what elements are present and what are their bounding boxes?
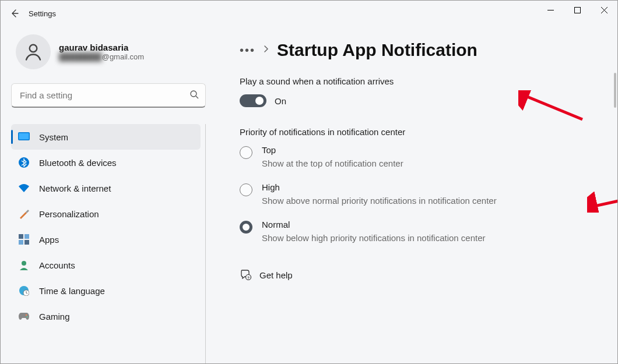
radio-label: Normal [262,220,486,229]
back-arrow-icon [10,9,19,18]
sidebar-item-accounts[interactable]: Accounts [11,252,201,278]
sidebar-item-label: System [39,132,68,142]
help-icon: ? [240,268,251,282]
svg-line-24 [592,183,617,207]
get-help-link[interactable]: ? Get help [240,268,594,282]
chevron-right-icon [264,45,269,55]
scrollbar[interactable] [614,73,616,108]
sound-section-label: Play a sound when a notification arrives [240,76,594,86]
minimize-icon [547,7,554,13]
brush-icon [18,208,30,220]
maximize-icon [574,7,581,13]
sidebar-nav[interactable]: System Bluetooth & devices Network & int… [11,124,206,363]
radio-label: High [262,182,497,192]
sidebar-item-label: Time & language [39,286,105,296]
close-icon [601,7,608,13]
radio-label: Top [262,145,403,155]
sound-toggle[interactable] [240,94,266,107]
svg-rect-12 [19,240,23,245]
breadcrumb-overflow-button[interactable]: ••• [240,44,255,57]
sidebar-item-time-language[interactable]: Time & language [11,278,201,303]
search-icon [189,90,199,101]
radio-icon [240,183,252,196]
svg-text:?: ? [247,276,250,280]
radio-icon [240,146,252,159]
system-icon [18,131,30,143]
sidebar-item-label: Accounts [39,260,75,270]
sidebar-item-bluetooth[interactable]: Bluetooth & devices [11,150,201,175]
page-title: Startup App Notification [277,40,477,60]
sidebar-item-label: Gaming [39,312,70,321]
svg-rect-10 [19,234,23,239]
svg-point-4 [30,45,37,52]
back-button[interactable] [5,4,24,23]
sidebar-item-gaming[interactable]: Gaming [11,303,201,329]
account-icon [18,259,30,271]
sidebar-item-label: Bluetooth & devices [39,158,117,168]
main-content: ••• Startup App Notification Play a soun… [216,26,617,363]
sidebar-item-personalization[interactable]: Personalization [11,201,201,227]
radio-desc: Show below high priority notifications i… [262,233,486,243]
close-button[interactable] [591,1,617,19]
globe-clock-icon [18,285,30,296]
sound-toggle-state: On [275,96,286,106]
svg-point-20 [26,316,28,318]
wifi-icon [18,182,30,194]
user-name: gaurav bidasaria [59,43,144,52]
sidebar-item-network[interactable]: Network & internet [11,175,201,201]
svg-rect-11 [24,234,29,239]
svg-rect-1 [574,7,580,13]
user-block[interactable]: gaurav bidasaria ████████@gmail.com [11,26,206,83]
priority-radio-group: Top Show at the top of notification cent… [240,145,594,243]
priority-radio-high[interactable]: High Show above normal priority notifica… [240,182,594,206]
svg-rect-8 [19,133,29,140]
svg-point-5 [191,91,196,97]
radio-desc: Show at the top of notification center [262,158,403,168]
user-email: ████████@gmail.com [59,52,144,61]
sidebar-item-system[interactable]: System [11,124,201,150]
search-box[interactable] [11,83,206,108]
radio-icon [240,221,252,234]
svg-point-14 [22,261,26,266]
maximize-button[interactable] [564,1,591,19]
gamepad-icon [18,310,30,322]
priority-radio-top[interactable]: Top Show at the top of notification cent… [240,145,594,168]
search-input[interactable] [11,83,206,108]
priority-section-label: Priority of notifications in notificatio… [240,127,594,137]
apps-icon [18,234,30,245]
sidebar-item-label: Personalization [39,209,99,219]
priority-radio-normal[interactable]: Normal Show below high priority notifica… [240,220,594,243]
sidebar-item-apps[interactable]: Apps [11,227,201,252]
window-title: Settings [29,9,56,18]
window-controls [537,1,617,19]
minimize-button[interactable] [537,1,564,19]
breadcrumb: ••• Startup App Notification [240,40,594,60]
bluetooth-icon [18,157,30,168]
svg-rect-13 [24,240,29,245]
radio-desc: Show above normal priority notifications… [262,196,497,206]
get-help-label: Get help [259,270,293,280]
svg-line-6 [196,96,198,98]
titlebar: Settings [1,1,617,26]
svg-point-19 [26,314,27,316]
sidebar: gaurav bidasaria ████████@gmail.com Syst… [1,26,216,363]
person-icon [23,41,44,62]
sidebar-item-label: Apps [39,235,59,245]
avatar [16,34,51,69]
sidebar-item-label: Network & internet [39,183,111,193]
